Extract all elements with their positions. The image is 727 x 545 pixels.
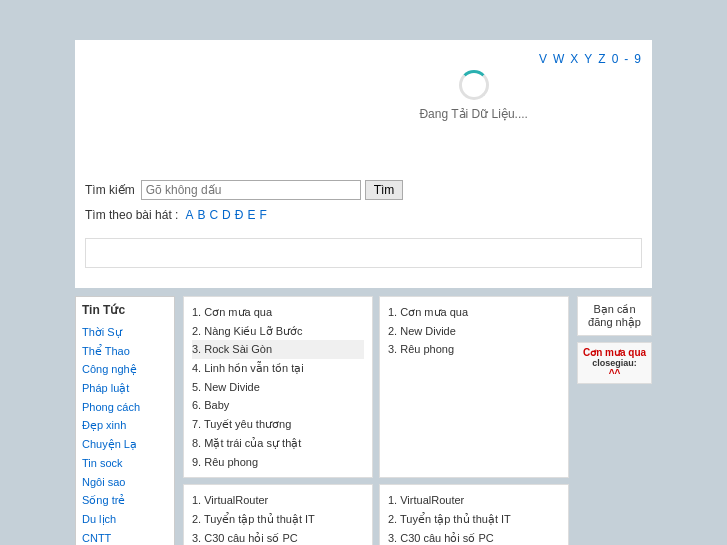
list-item[interactable]: 1. Cơn mưa qua (388, 303, 560, 322)
right-panel: Bạn cần đăng nhập Cơn mưa qua closegiau:… (577, 296, 652, 545)
list-box-2-right: 1. VirtualRouter 2. Tuyển tập thủ thuật … (379, 484, 569, 545)
sidebar-title: Tin Tức (82, 303, 168, 317)
login-box: Bạn cần đăng nhập (577, 296, 652, 336)
search-label: Tìm kiếm (85, 183, 135, 197)
alpha-9: 9 (634, 52, 641, 66)
list-item[interactable]: 3. C30 câu hỏi số PC (388, 529, 560, 545)
list-item[interactable]: 2. Tuyển tập thủ thuật IT (192, 510, 364, 529)
alpha-x[interactable]: X (570, 52, 578, 66)
sidebar-item-phapluat[interactable]: Pháp luật (82, 379, 168, 398)
list-box-2-left: 1. VirtualRouter 2. Tuyển tập thủ thuật … (183, 484, 373, 545)
list-item[interactable]: 3. Rêu phong (388, 340, 560, 359)
sidebar-item-songtre[interactable]: Sống trẻ (82, 491, 168, 510)
sidebar-item-depxinh[interactable]: Đẹp xinh (82, 416, 168, 435)
list-item[interactable]: 1. Cơn mưa qua (192, 303, 364, 322)
list-item[interactable]: 5. New Divide (192, 378, 364, 397)
search-input[interactable] (141, 180, 361, 200)
alpha-dash: - (624, 52, 628, 66)
list-item[interactable]: 2. Tuyển tập thủ thuật IT (388, 510, 560, 529)
list-row-2: 1. VirtualRouter 2. Tuyển tập thủ thuật … (183, 484, 569, 545)
sidebar-item-chuyenla[interactable]: Chuyện Lạ (82, 435, 168, 454)
loading-text: Đang Tải Dữ Liệu.... (419, 107, 527, 121)
list-item[interactable]: 2. New Divide (388, 322, 560, 341)
lists-area: 1. Cơn mưa qua 2. Nàng Kiều Lỡ Bước 3. R… (183, 296, 569, 545)
alpha-0: 0 (612, 52, 619, 66)
list-item[interactable]: 4. Linh hồn vẫn tồn tại (192, 359, 364, 378)
sidebar-item-thoisu[interactable]: Thời Sự (82, 323, 168, 342)
ad-arrows: ^^ (582, 368, 647, 379)
alpha-a[interactable]: A (185, 208, 193, 222)
alpha-d[interactable]: D (222, 208, 231, 222)
sidebar-item-phongcach[interactable]: Phong cách (82, 398, 168, 417)
divider-box (85, 238, 642, 268)
list-item[interactable]: 3. Rock Sài Gòn (192, 340, 364, 359)
alpha-w[interactable]: W (553, 52, 564, 66)
list-box-1-left: 1. Cơn mưa qua 2. Nàng Kiều Lỡ Bước 3. R… (183, 296, 373, 478)
sidebar-item-congnghe[interactable]: Công nghệ (82, 360, 168, 379)
alpha-y[interactable]: Y (584, 52, 592, 66)
alpha-dd[interactable]: Đ (235, 208, 244, 222)
search-button[interactable]: Tìm (365, 180, 404, 200)
alpha-c[interactable]: C (209, 208, 218, 222)
list-item[interactable]: 1. VirtualRouter (192, 491, 364, 510)
loading-spinner (459, 70, 489, 100)
ad-box[interactable]: Cơn mưa qua closegiau: ^^ (577, 342, 652, 384)
sidebar-item-thethao[interactable]: Thể Thao (82, 342, 168, 361)
sidebar-item-dulich[interactable]: Du lịch (82, 510, 168, 529)
sidebar: Tin Tức Thời Sự Thể Thao Công nghệ Pháp … (75, 296, 175, 545)
list-item[interactable]: 6. Baby (192, 396, 364, 415)
sidebar-item-ngoisa[interactable]: Ngôi sao (82, 473, 168, 492)
alphabet-label: Tìm theo bài hát : (85, 208, 178, 222)
sidebar-item-tinsock[interactable]: Tin sock (82, 454, 168, 473)
list-box-1-right: 1. Cơn mưa qua 2. New Divide 3. Rêu phon… (379, 296, 569, 478)
list-item[interactable]: 8. Mặt trái của sự thật (192, 434, 364, 453)
list-item[interactable]: 7. Tuyết yêu thương (192, 415, 364, 434)
sidebar-item-cntt[interactable]: CNTT (82, 529, 168, 545)
list-item[interactable]: 3. C30 câu hỏi số PC (192, 529, 364, 545)
alpha-e[interactable]: E (247, 208, 255, 222)
alpha-v[interactable]: V (539, 52, 547, 66)
alpha-f[interactable]: F (259, 208, 266, 222)
alpha-z[interactable]: Z (598, 52, 605, 66)
login-text: Bạn cần đăng nhập (588, 303, 641, 328)
list-item[interactable]: 9. Rêu phong (192, 453, 364, 472)
loading-area: Đang Tải Dữ Liệu.... (419, 50, 527, 131)
list-item[interactable]: 2. Nàng Kiều Lỡ Bước (192, 322, 364, 341)
alpha-b[interactable]: B (197, 208, 205, 222)
list-item[interactable]: 1. VirtualRouter (388, 491, 560, 510)
ad-sub: closegiau: (582, 358, 647, 368)
ad-title: Cơn mưa qua (582, 347, 647, 358)
list-row-1: 1. Cơn mưa qua 2. Nàng Kiều Lỡ Bước 3. R… (183, 296, 569, 478)
